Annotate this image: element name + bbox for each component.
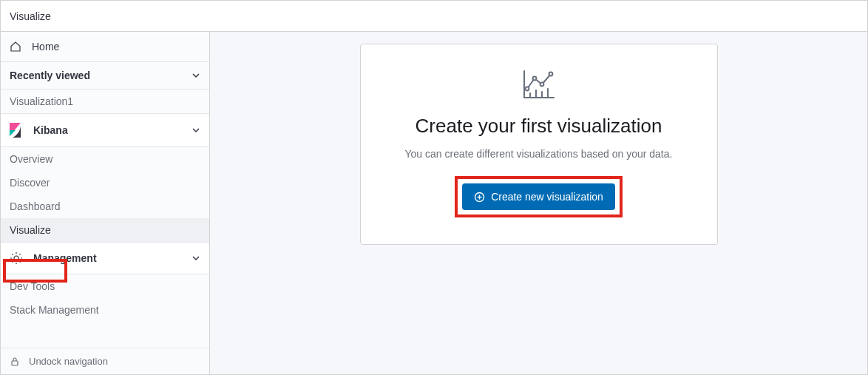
sidebar-section-recent[interactable]: Recently viewed — [1, 62, 209, 89]
sidebar-item-label: Discover — [10, 177, 50, 189]
home-icon — [10, 41, 21, 53]
sidebar-home-label: Home — [32, 41, 59, 53]
sidebar-group-kibana-label: Kibana — [33, 124, 68, 136]
sidebar-item-label: Stack Management — [10, 304, 99, 316]
svg-rect-3 — [12, 361, 18, 365]
chevron-down-icon — [191, 254, 200, 263]
kibana-logo-icon — [10, 123, 23, 138]
main-area: Create your first visualization You can … — [210, 32, 867, 374]
sidebar-group-management[interactable]: Management — [1, 242, 209, 274]
sidebar-recent-item[interactable]: Visualization1 — [1, 89, 209, 113]
empty-state-title: Create your first visualization — [416, 115, 662, 138]
annotation-highlight: Create new visualization — [455, 176, 623, 217]
svg-point-5 — [532, 77, 536, 81]
sidebar-item-overview[interactable]: Overview — [1, 147, 209, 171]
sidebar-item-label: Dev Tools — [10, 280, 55, 292]
breadcrumb-bar: Visualize — [1, 1, 867, 32]
sidebar-undock[interactable]: Undock navigation — [1, 348, 209, 374]
sidebar-undock-label: Undock navigation — [29, 356, 108, 367]
sidebar-item-label: Visualization1 — [10, 95, 73, 107]
svg-marker-1 — [10, 130, 16, 136]
chevron-down-icon — [191, 126, 200, 135]
sidebar-item-stack-management[interactable]: Stack Management — [1, 298, 209, 322]
empty-state-card: Create your first visualization You can … — [360, 44, 718, 245]
svg-point-7 — [549, 72, 552, 76]
empty-state-subtitle: You can create different visualizations … — [405, 148, 673, 160]
gear-icon — [10, 251, 23, 265]
create-visualization-button[interactable]: Create new visualization — [462, 183, 615, 210]
plus-circle-icon — [474, 192, 485, 203]
sidebar: Home Recently viewed Visualization1 — [1, 32, 210, 374]
chevron-down-icon — [191, 71, 200, 80]
sidebar-item-label: Dashboard — [10, 200, 61, 212]
breadcrumb: Visualize — [10, 10, 51, 22]
sidebar-item-label: Overview — [10, 153, 52, 165]
sidebar-item-discover[interactable]: Discover — [1, 171, 209, 195]
sidebar-item-dashboard[interactable]: Dashboard — [1, 195, 209, 218]
button-label: Create new visualization — [491, 191, 603, 203]
sidebar-item-label: Visualize — [10, 224, 51, 236]
sidebar-group-kibana[interactable]: Kibana — [1, 113, 209, 147]
lock-icon — [10, 357, 20, 367]
sidebar-section-recent-label: Recently viewed — [10, 70, 90, 81]
svg-point-4 — [525, 87, 529, 91]
svg-point-6 — [540, 83, 543, 87]
visualization-icon — [521, 70, 557, 103]
sidebar-home[interactable]: Home — [1, 32, 209, 62]
svg-point-2 — [14, 256, 18, 260]
sidebar-item-devtools[interactable]: Dev Tools — [1, 274, 209, 298]
sidebar-item-visualize[interactable]: Visualize — [1, 218, 209, 242]
sidebar-group-management-label: Management — [33, 252, 97, 264]
